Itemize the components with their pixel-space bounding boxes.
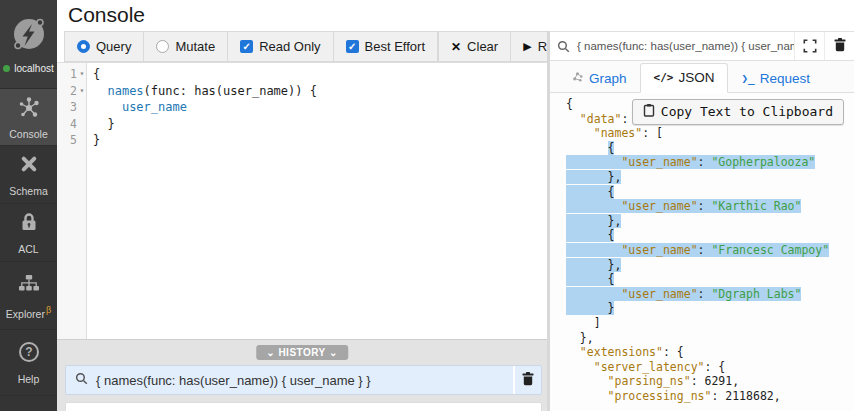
- clear-x-icon: ✕: [451, 40, 461, 54]
- sidebar-filler: [0, 395, 57, 411]
- page-title: Console: [57, 0, 854, 30]
- server-status: localhost: [3, 63, 53, 74]
- json-line: "names": [: [566, 126, 854, 141]
- best-effort-label: Best Effort: [365, 39, 425, 54]
- history-item-text: { names(func: has(user_name)) { user_nam…: [96, 373, 371, 388]
- editor-line[interactable]: 1▾{: [57, 66, 547, 83]
- json-line: "user_name": "Dgraph Labs": [566, 287, 854, 302]
- tab-request[interactable]: ❯_ Request: [728, 65, 823, 93]
- editor-line[interactable]: 2▾ names(func: has(user_name)) {: [57, 83, 547, 100]
- line-number: 2: [57, 84, 77, 98]
- json-line: {: [566, 141, 854, 156]
- sidebar-item-explorer[interactable]: Explorerβ: [0, 261, 57, 329]
- history-item-query[interactable]: { names(func: has(user_name)) { user_nam…: [66, 366, 513, 394]
- app-header: Console: [57, 0, 854, 31]
- json-line: },: [566, 170, 854, 185]
- editor-line[interactable]: 5}: [57, 132, 547, 149]
- json-line: "processing_ns": 2118682,: [566, 389, 854, 404]
- query-radio-button[interactable]: Query: [65, 32, 144, 61]
- play-icon: ▶: [523, 40, 531, 53]
- sidebar-item-label: ACL: [18, 243, 38, 255]
- result-query-bar[interactable]: { names(func: has(user_name)) { user_nam…: [550, 31, 854, 61]
- json-line: {: [566, 185, 854, 200]
- json-line: },: [566, 258, 854, 273]
- mutate-radio-label: Mutate: [175, 39, 215, 54]
- copy-button-label: Copy Text to Clipboard: [661, 104, 833, 119]
- graph-network-icon: [17, 95, 41, 123]
- delete-history-item-button[interactable]: [515, 366, 541, 394]
- results-panel: { names(func: has(user_name)) { user_nam…: [547, 31, 854, 411]
- query-panel: Query Mutate ✓ Read Only ✓ Best Effort ✕…: [57, 31, 547, 411]
- line-number: 4: [57, 117, 77, 131]
- mutate-radio-button[interactable]: Mutate: [144, 32, 228, 61]
- editor-line[interactable]: 3 user_name: [57, 99, 547, 116]
- history-item[interactable]: [65, 402, 542, 411]
- clear-results-button[interactable]: [824, 32, 854, 60]
- terminal-icon: ❯_: [741, 72, 754, 85]
- json-line: }: [566, 301, 854, 316]
- json-line: {: [566, 228, 854, 243]
- copy-to-clipboard-button[interactable]: Copy Text to Clipboard: [632, 99, 844, 125]
- fold-marker-icon[interactable]: ▾: [77, 87, 87, 95]
- history-toggle[interactable]: ⌄ HISTORY ⌄: [256, 345, 348, 360]
- fold-marker-icon[interactable]: ▾: [77, 70, 87, 78]
- editor-line-code[interactable]: {: [87, 67, 100, 81]
- editor-line[interactable]: 4 }: [57, 116, 547, 133]
- crossed-pencils-icon: [17, 152, 41, 180]
- clear-button[interactable]: ✕ Clear: [439, 32, 511, 61]
- sidebar-item-label: Help: [18, 373, 40, 385]
- checkbox-checked-icon[interactable]: ✓: [240, 40, 253, 53]
- read-only-label: Read Only: [259, 39, 320, 54]
- json-output: { "data": { "names": [ { "user_name": "G…: [550, 93, 854, 411]
- fullscreen-button[interactable]: [794, 32, 824, 60]
- tab-json[interactable]: </> JSON: [640, 63, 729, 93]
- radio-selected-icon[interactable]: [77, 40, 90, 53]
- sidebar: localhost Console: [0, 0, 57, 411]
- editor-line-code[interactable]: }: [87, 133, 100, 147]
- json-line: ]: [566, 316, 854, 331]
- sidebar-item-schema[interactable]: Schema: [0, 145, 57, 203]
- help-icon: ?: [17, 340, 41, 368]
- sidebar-item-acl[interactable]: ACL: [0, 203, 57, 261]
- json-line: "extensions": {: [566, 345, 854, 360]
- editor-line-code[interactable]: names(func: has(user_name)) {: [87, 84, 317, 98]
- sidebar-item-label: Schema: [9, 185, 48, 197]
- best-effort-checkbox[interactable]: ✓ Best Effort: [334, 32, 438, 61]
- editor-line-code[interactable]: user_name: [87, 100, 187, 114]
- beta-badge: β: [46, 305, 51, 315]
- json-line: },: [566, 331, 854, 346]
- checkbox-checked-icon[interactable]: ✓: [346, 40, 359, 53]
- query-editor[interactable]: 1▾{2▾ names(func: has(user_name)) {3 use…: [57, 62, 547, 339]
- line-number: 3: [57, 100, 77, 114]
- server-label: localhost: [14, 63, 53, 74]
- code-icon: </>: [654, 71, 674, 84]
- json-line: "user_name": "Karthic Rao": [566, 199, 854, 214]
- query-editor-lines[interactable]: 1▾{2▾ names(func: has(user_name)) {3 use…: [57, 66, 547, 149]
- tab-graph[interactable]: Graph: [558, 64, 640, 93]
- query-toolbar: Query Mutate ✓ Read Only ✓ Best Effort ✕…: [57, 31, 547, 62]
- sidebar-item-label: Explorerβ: [6, 305, 51, 320]
- svg-text:?: ?: [25, 345, 32, 359]
- server-block[interactable]: localhost: [0, 0, 57, 88]
- history-section: ⌄ HISTORY ⌄ { names(func: has(user_name)…: [57, 339, 547, 411]
- lock-icon: [17, 210, 41, 238]
- tab-request-label: Request: [760, 71, 810, 86]
- result-query-text: { names(func: has(user_name)) { user_nam…: [577, 32, 794, 60]
- line-number: 1: [57, 67, 77, 81]
- json-output-lines: { "data": { "names": [ { "user_name": "G…: [566, 97, 854, 403]
- radio-unselected-icon[interactable]: [156, 40, 169, 53]
- results-tabbar: Graph </> JSON ❯_ Request: [550, 61, 854, 93]
- sidebar-item-label: Console: [9, 128, 48, 140]
- search-icon: [550, 32, 577, 60]
- editor-line-code[interactable]: }: [87, 117, 115, 131]
- trash-icon: [833, 37, 847, 56]
- clear-button-label: Clear: [467, 39, 498, 54]
- read-only-checkbox[interactable]: ✓ Read Only: [228, 32, 333, 61]
- search-icon: [75, 372, 88, 388]
- history-item[interactable]: { names(func: has(user_name)) { user_nam…: [65, 365, 542, 395]
- connection-status-icon: [3, 65, 10, 72]
- json-line: "user_name": "Francesc Campoy": [566, 243, 854, 258]
- json-line: {: [566, 272, 854, 287]
- sidebar-item-console[interactable]: Console: [0, 88, 57, 145]
- sidebar-item-help[interactable]: ? Help: [0, 329, 57, 395]
